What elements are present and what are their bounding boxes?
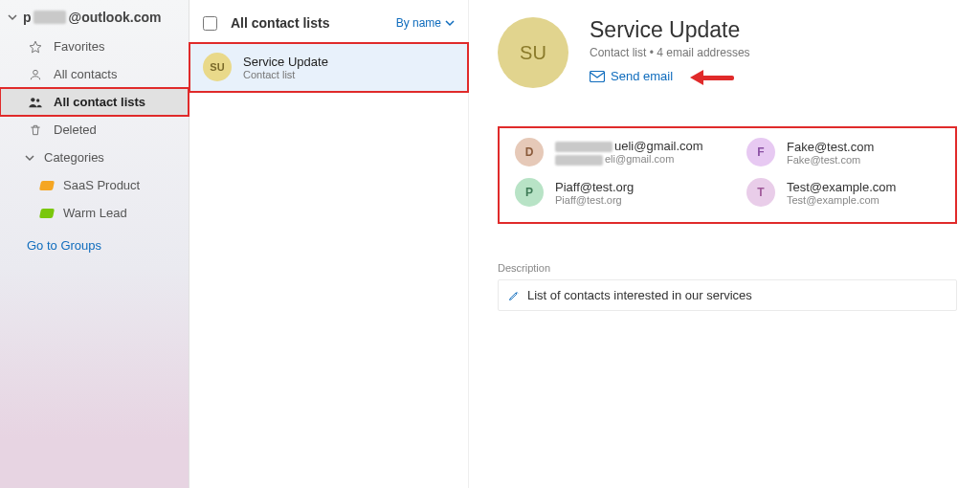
svg-point-0 <box>33 70 38 75</box>
pencil-icon <box>508 290 520 301</box>
list-title: All contact lists <box>231 15 396 31</box>
categories-label: Categories <box>44 150 104 165</box>
account-header[interactable]: p @outlook.com <box>0 6 189 33</box>
member-email: Test@example.com <box>787 194 896 206</box>
list-item-subtitle: Contact list <box>243 69 328 80</box>
avatar: SU <box>203 53 232 81</box>
star-icon <box>27 40 44 54</box>
all-contact-lists-label: All contact lists <box>54 95 145 109</box>
trash-icon <box>27 123 44 137</box>
member-email: Fake@test.com <box>787 154 874 166</box>
all-contacts-label: All contacts <box>54 67 117 81</box>
member-name: Piaff@test.org <box>555 180 634 194</box>
deleted-label: Deleted <box>54 122 97 137</box>
avatar: T <box>746 178 775 207</box>
svg-point-2 <box>36 99 39 101</box>
category-swatch <box>39 209 55 218</box>
sidebar-item-all-contact-lists[interactable]: All contact lists <box>0 88 189 116</box>
masked-text <box>33 11 66 24</box>
svg-rect-3 <box>590 71 605 81</box>
member-name: ueli@gmail.com <box>555 139 703 153</box>
avatar: P <box>515 178 544 207</box>
member-row[interactable]: P Piaff@test.org Piaff@test.org <box>515 178 708 207</box>
member-row[interactable]: T Test@example.com Test@example.com <box>746 178 940 207</box>
member-email: eli@gmail.com <box>555 153 703 166</box>
description-section: Description List of contacts interested … <box>498 262 957 311</box>
detail-subtitle: Contact list • 4 email addresses <box>590 46 750 59</box>
sort-dropdown[interactable]: By name <box>396 16 455 30</box>
contact-list-pane: All contact lists By name SU Service Upd… <box>189 0 469 488</box>
member-name: Test@example.com <box>787 180 896 194</box>
sidebar-item-category-1[interactable]: Warm Lead <box>0 199 189 227</box>
people-icon <box>27 96 44 109</box>
description-label: Description <box>498 262 957 274</box>
list-item-service-update[interactable]: SU Service Update Contact list <box>189 43 468 92</box>
send-email-link[interactable]: Send email <box>590 69 750 83</box>
description-field[interactable]: List of contacts interested in our servi… <box>498 279 957 311</box>
annotation-arrow <box>690 72 736 81</box>
category-label: SaaS Product <box>63 178 140 192</box>
avatar: F <box>746 138 775 166</box>
list-header: All contact lists By name <box>189 11 468 43</box>
member-row[interactable]: F Fake@test.com Fake@test.com <box>746 138 940 166</box>
list-item-name: Service Update <box>243 55 328 69</box>
sidebar-item-category-0[interactable]: SaaS Product <box>0 171 189 199</box>
chevron-down-icon <box>21 153 38 163</box>
member-email: Piaff@test.org <box>555 194 634 206</box>
sidebar-item-favorites[interactable]: Favorites <box>0 33 189 60</box>
member-name: Fake@test.com <box>787 140 874 154</box>
category-label: Warm Lead <box>63 206 127 220</box>
detail-pane: SU Service Update Contact list • 4 email… <box>469 0 980 488</box>
description-text: List of contacts interested in our servi… <box>527 288 752 302</box>
svg-point-1 <box>31 98 34 101</box>
select-all-checkbox[interactable] <box>203 16 217 31</box>
detail-title: Service Update <box>590 17 750 43</box>
go-to-groups-link[interactable]: Go to Groups <box>0 227 189 260</box>
sidebar-item-categories[interactable]: Categories <box>0 144 189 171</box>
avatar: D <box>515 138 544 166</box>
category-swatch <box>39 181 55 190</box>
members-list: D ueli@gmail.com eli@gmail.com F Fake@te… <box>498 126 957 224</box>
sidebar: p @outlook.com Favorites All contacts Al… <box>0 0 189 488</box>
person-icon <box>27 68 44 81</box>
favorites-label: Favorites <box>54 39 104 54</box>
member-row[interactable]: D ueli@gmail.com eli@gmail.com <box>515 138 708 166</box>
sidebar-item-all-contacts[interactable]: All contacts <box>0 60 189 88</box>
avatar-large: SU <box>498 17 568 88</box>
account-suffix: @outlook.com <box>69 10 162 25</box>
mail-icon <box>590 71 605 82</box>
chevron-down-icon <box>6 11 19 24</box>
sidebar-item-deleted[interactable]: Deleted <box>0 116 189 144</box>
